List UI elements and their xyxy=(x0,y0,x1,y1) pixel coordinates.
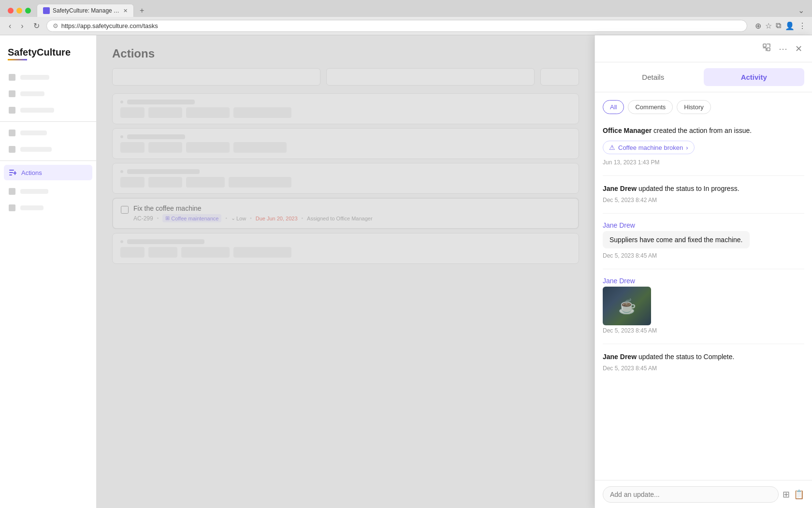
url-input[interactable]: ⚙ https://app.safetyculture.com/tasks xyxy=(46,20,747,32)
nav-label-4 xyxy=(20,131,47,135)
filter-tab-comments[interactable]: Comments xyxy=(628,100,673,114)
main-overlay xyxy=(97,35,594,508)
activity-text-5: Jane Drew updated the status to Complete… xyxy=(603,352,804,362)
activity-item-3: Jane Drew Suppliers have come and fixed … xyxy=(603,221,804,259)
activity-feed: Office Manager created the action from a… xyxy=(595,118,812,480)
panel-expand-button[interactable] xyxy=(760,41,773,56)
activity-time-4: Dec 5, 2023 8:45 AM xyxy=(603,327,804,334)
sidebar-item-5[interactable] xyxy=(4,142,92,157)
sidebar-item-2[interactable] xyxy=(4,87,92,101)
nav-icon-4 xyxy=(9,130,15,136)
extensions-icon[interactable]: ⧉ xyxy=(776,21,781,30)
divider-3 xyxy=(603,269,804,269)
close-traffic-light[interactable] xyxy=(8,8,14,14)
reload-button[interactable]: ↻ xyxy=(30,20,43,31)
back-button[interactable]: ‹ xyxy=(6,21,14,31)
nav-label-1 xyxy=(20,75,49,80)
divider-1 xyxy=(603,175,804,176)
activity-text-rest-5: updated the status to Complete. xyxy=(638,353,734,361)
nav-icon-1 xyxy=(9,74,15,81)
nav-label-5 xyxy=(20,147,52,152)
activity-filter-tabs: All Comments History xyxy=(595,92,812,118)
logo: SafetyCulture xyxy=(0,43,96,70)
zoom-icon[interactable]: ⊕ xyxy=(755,21,761,30)
panel-input-area: ⊞ 📋 xyxy=(595,480,812,508)
nav-label-3 xyxy=(20,108,54,113)
image-upload-icon[interactable]: ⊞ xyxy=(783,489,790,500)
activity-user-1: Office Manager xyxy=(603,127,652,134)
sidebar-section-mid xyxy=(0,126,96,157)
forward-button[interactable]: › xyxy=(18,21,26,31)
activity-text-rest-1: created the action from an issue. xyxy=(653,127,752,134)
url-icon: ⚙ xyxy=(53,22,58,29)
attachment-icon[interactable]: 📋 xyxy=(794,489,804,500)
menu-icon[interactable]: ⋮ xyxy=(798,21,806,30)
svg-rect-0 xyxy=(9,170,14,171)
tab-activity[interactable]: Activity xyxy=(704,68,805,86)
nav-icon-2 xyxy=(9,90,15,97)
active-tab[interactable]: SafetyCulture: Manage Teams and... ✕ xyxy=(37,4,134,17)
close-icon: ✕ xyxy=(795,44,802,54)
profile-icon[interactable]: 👤 xyxy=(785,21,795,30)
sidebar-item-3[interactable] xyxy=(4,103,92,117)
fullscreen-traffic-light[interactable] xyxy=(25,8,31,14)
activity-time-2: Dec 5, 2023 8:42 AM xyxy=(603,197,804,203)
minimize-traffic-light[interactable] xyxy=(16,8,22,14)
address-bar: ‹ › ↻ ⚙ https://app.safetyculture.com/ta… xyxy=(0,17,812,35)
sidebar-section-bottom xyxy=(0,184,96,215)
activity-item-4: Jane Drew Dec 5, 2023 8:45 AM xyxy=(603,277,804,334)
activity-item-2: Jane Drew updated the status to In progr… xyxy=(603,184,804,203)
tab-favicon xyxy=(43,7,50,14)
activity-time-1: Jun 13, 2023 1:43 PM xyxy=(603,159,804,166)
right-panel: ⋯ ✕ Details Activity All Comments Histor… xyxy=(594,35,812,508)
actions-icon xyxy=(9,169,16,176)
new-tab-button[interactable]: + xyxy=(136,4,148,17)
nav-label-2 xyxy=(20,91,44,96)
sidebar-divider-2 xyxy=(0,160,96,161)
activity-time-5: Dec 5, 2023 8:45 AM xyxy=(603,365,804,372)
sidebar-section-top xyxy=(0,70,96,117)
coffee-machine-image xyxy=(603,287,651,325)
activity-text-1: Office Manager created the action from a… xyxy=(603,126,804,136)
sidebar-item-6[interactable] xyxy=(4,184,92,199)
browser-chrome: SafetyCulture: Manage Teams and... ✕ + ⌄… xyxy=(0,0,812,35)
activity-user-5: Jane Drew xyxy=(603,353,637,361)
sidebar-actions-label: Actions xyxy=(21,169,42,176)
activity-photo[interactable] xyxy=(603,287,651,325)
issue-link[interactable]: ⚠ Coffee machine broken › xyxy=(603,141,695,154)
sidebar-section-actions: Actions xyxy=(0,165,96,180)
issue-link-chevron: › xyxy=(686,144,688,151)
bookmark-icon[interactable]: ☆ xyxy=(765,21,772,30)
panel-close-button[interactable]: ✕ xyxy=(793,42,804,56)
sidebar-item-7[interactable] xyxy=(4,201,92,215)
sidebar-divider xyxy=(0,121,96,122)
nav-icon-6 xyxy=(9,188,15,195)
filter-tab-history[interactable]: History xyxy=(677,100,710,114)
activity-user-2: Jane Drew xyxy=(603,185,637,192)
activity-item-1: Office Manager created the action from a… xyxy=(603,126,804,166)
sidebar-item-4[interactable] xyxy=(4,126,92,140)
panel-header: ⋯ ✕ xyxy=(595,35,812,62)
logo-underline xyxy=(8,59,27,60)
tab-bar: SafetyCulture: Manage Teams and... ✕ + ⌄ xyxy=(0,0,812,17)
divider-2 xyxy=(603,213,804,214)
sidebar-item-actions[interactable]: Actions xyxy=(4,165,92,180)
url-text: https://app.safetyculture.com/tasks xyxy=(61,22,158,29)
issue-link-text: Coffee machine broken xyxy=(618,144,683,151)
svg-rect-5 xyxy=(763,44,766,47)
expand-icon xyxy=(762,43,771,52)
svg-rect-4 xyxy=(13,173,16,174)
tab-details[interactable]: Details xyxy=(603,68,704,86)
tab-close-button[interactable]: ✕ xyxy=(123,8,128,14)
activity-photo-user: Jane Drew xyxy=(603,277,804,285)
sidebar-item-1[interactable] xyxy=(4,70,92,85)
panel-more-button[interactable]: ⋯ xyxy=(777,42,789,56)
panel-tabs: Details Activity xyxy=(595,62,812,92)
filter-tab-all[interactable]: All xyxy=(603,100,624,114)
activity-text-rest-2: updated the status to In progress. xyxy=(638,185,740,192)
main-content: Actions xyxy=(97,35,594,508)
svg-rect-2 xyxy=(9,174,12,175)
browser-action-icons: ⊕ ☆ ⧉ 👤 ⋮ xyxy=(755,21,806,30)
update-input[interactable] xyxy=(603,486,779,503)
tab-list-button[interactable]: ⌄ xyxy=(798,6,808,15)
